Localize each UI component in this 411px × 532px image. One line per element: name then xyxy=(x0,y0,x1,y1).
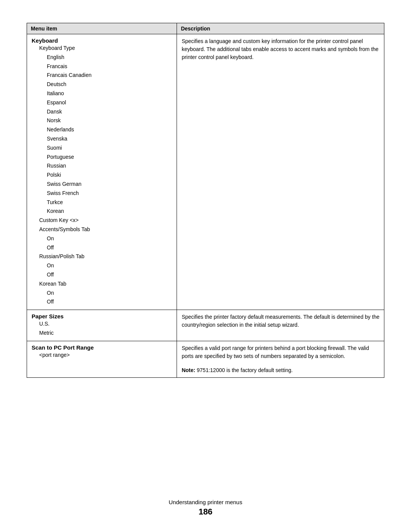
note-label: Note: xyxy=(182,367,195,373)
paper-sizes-menu-cell: Paper Sizes U.S. Metric xyxy=(27,310,177,341)
paper-us: U.S. xyxy=(32,320,172,329)
russian-polish-tab-label: Russian/Polish Tab xyxy=(32,252,172,261)
lang-swiss-german: Swiss German xyxy=(32,180,172,189)
scan-to-pc-description-cell: Specifies a valid port range for printer… xyxy=(177,341,384,377)
scan-to-pc-heading: Scan to PC Port Range xyxy=(32,344,172,351)
lang-russian: Russian xyxy=(32,161,172,171)
lang-italiano: Italiano xyxy=(32,89,172,98)
paper-sizes-heading: Paper Sizes xyxy=(32,313,172,320)
lang-korean: Korean xyxy=(32,207,172,216)
lang-deutsch: Deutsch xyxy=(32,80,172,89)
accents-symbols-tab-label: Accents/Symbols Tab xyxy=(32,225,172,234)
col-header-menu: Menu item xyxy=(27,23,177,34)
korean-tab-on: On xyxy=(32,289,172,298)
main-table: Menu item Description Keyboard Keyboard … xyxy=(27,23,384,378)
lang-nederlands: Nederlands xyxy=(32,125,172,134)
footer: Understanding printer menus 186 xyxy=(27,476,384,517)
lang-turkce: Turkce xyxy=(32,198,172,207)
accents-off: Off xyxy=(32,243,172,252)
scan-to-pc-note: Note: 9751:12000 is the factory default … xyxy=(182,367,293,373)
russian-off: Off xyxy=(32,270,172,280)
table-row: Keyboard Keyboard Type English Francais … xyxy=(27,34,384,310)
scan-to-pc-menu-cell: Scan to PC Port Range <port range> xyxy=(27,341,177,377)
lang-english: English xyxy=(32,53,172,62)
russian-on: On xyxy=(32,261,172,270)
lang-norsk: Norsk xyxy=(32,116,172,125)
lang-svenska: Svenska xyxy=(32,134,172,144)
paper-metric: Metric xyxy=(32,329,172,338)
paper-sizes-description-cell: Specifies the printer factory default me… xyxy=(177,310,384,341)
keyboard-description: Specifies a language and custom key info… xyxy=(182,38,378,60)
note-text: 9751:12000 is the factory default settin… xyxy=(195,367,293,373)
port-range-label: <port range> xyxy=(32,351,172,360)
paper-sizes-description: Specifies the printer factory default me… xyxy=(182,314,379,328)
keyboard-heading: Keyboard xyxy=(32,37,172,44)
lang-francais: Francais xyxy=(32,62,172,71)
lang-espanol: Espanol xyxy=(32,98,172,107)
korean-tab-off: Off xyxy=(32,297,172,307)
table-row: Paper Sizes U.S. Metric Specifies the pr… xyxy=(27,310,384,341)
custom-key-label: Custom Key <x> xyxy=(32,216,172,225)
keyboard-type-label: Keyboard Type xyxy=(32,44,172,53)
lang-francais-canadien: Francais Canadien xyxy=(32,71,172,80)
lang-portuguese: Portuguese xyxy=(32,153,172,162)
table-row: Scan to PC Port Range <port range> Speci… xyxy=(27,341,384,377)
footer-title: Understanding printer menus xyxy=(27,499,384,505)
col-header-description: Description xyxy=(177,23,384,34)
scan-to-pc-description-main: Specifies a valid port range for printer… xyxy=(182,345,369,359)
lang-dansk: Dansk xyxy=(32,107,172,117)
footer-page: 186 xyxy=(27,507,384,517)
accents-on: On xyxy=(32,234,172,243)
keyboard-menu-cell: Keyboard Keyboard Type English Francais … xyxy=(27,34,177,310)
korean-tab-label: Korean Tab xyxy=(32,280,172,289)
keyboard-description-cell: Specifies a language and custom key info… xyxy=(177,34,384,310)
lang-suomi: Suomi xyxy=(32,144,172,153)
lang-polski: Polski xyxy=(32,171,172,180)
lang-swiss-french: Swiss French xyxy=(32,189,172,198)
